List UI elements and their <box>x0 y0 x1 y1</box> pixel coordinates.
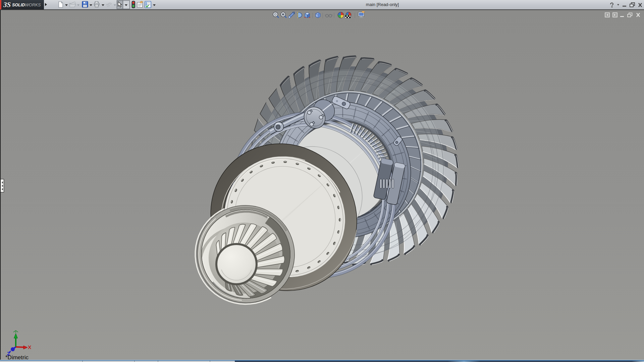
svg-text:3S: 3S <box>3 1 11 9</box>
svg-text:SOLIDWORKS: SOLIDWORKS <box>12 3 41 7</box>
